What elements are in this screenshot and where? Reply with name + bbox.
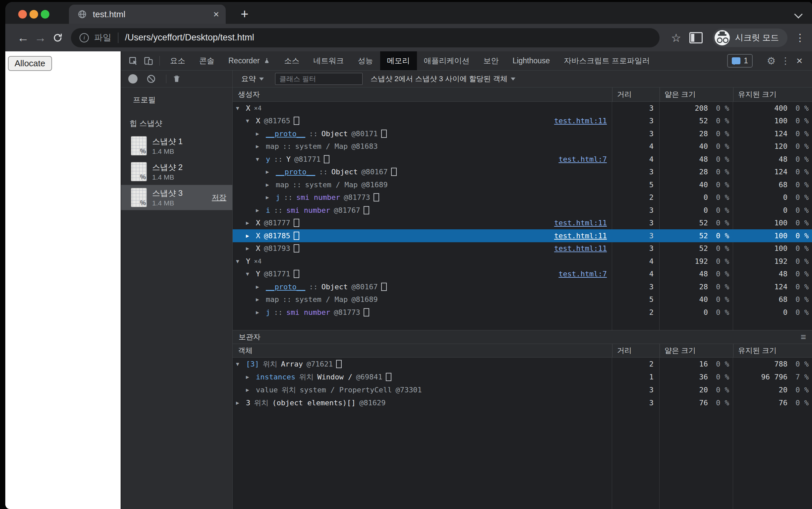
- devtools-tab-메모리[interactable]: 메모리: [380, 52, 417, 70]
- devtools-tab-자바스크립트 프로파일러[interactable]: 자바스크립트 프로파일러: [557, 52, 656, 70]
- heap-row[interactable]: ▼Y@81771test.html:74480 %480 %: [233, 268, 812, 281]
- address-bar[interactable]: i 파일 /Users/yceffort/Desktop/test.html: [71, 28, 659, 47]
- heap-row[interactable]: ▶value위치system / PropertyCell@733013200 …: [233, 383, 812, 396]
- snapshot-item[interactable]: 스냅샷 31.4 MB저장: [121, 185, 232, 210]
- heap-row[interactable]: ▶map::system / Map@816895400 %680 %: [233, 178, 812, 191]
- heap-row[interactable]: ▼X@81765test.html:113520 %1000 %: [233, 115, 812, 128]
- browser-tab[interactable]: test.html ×: [69, 5, 226, 24]
- window-minimize-button[interactable]: [30, 10, 38, 19]
- heap-row[interactable]: ▼Y×441920 %1920 %: [233, 255, 812, 268]
- source-link[interactable]: test.html:11: [554, 219, 612, 227]
- collapsed-arrow-icon[interactable]: ▶: [246, 233, 256, 239]
- heap-row[interactable]: ▶X@81777test.html:113520 %1000 %: [233, 217, 812, 230]
- heap-row[interactable]: ▶__proto__::Object@801673280 %1240 %: [233, 280, 812, 293]
- collapsed-arrow-icon[interactable]: ▶: [236, 400, 246, 406]
- collapsed-arrow-icon[interactable]: ▶: [256, 207, 266, 213]
- source-link[interactable]: test.html:11: [554, 244, 612, 252]
- column-constructor[interactable]: 생성자: [233, 88, 612, 101]
- expanded-arrow-icon[interactable]: ▼: [236, 361, 246, 367]
- perspective-dropdown[interactable]: 요약: [241, 74, 264, 84]
- trash-icon[interactable]: [172, 74, 182, 83]
- settings-gear-icon[interactable]: ⚙: [764, 55, 779, 67]
- side-panel-icon[interactable]: [689, 32, 703, 43]
- devtools-close-icon[interactable]: ×: [792, 55, 807, 67]
- browser-menu-kebab-icon[interactable]: ⋮: [793, 32, 807, 43]
- devtools-tab-Lighthouse[interactable]: Lighthouse: [506, 52, 557, 70]
- allocate-button[interactable]: Allocate: [8, 56, 52, 71]
- collapsed-arrow-icon[interactable]: ▶: [246, 387, 256, 393]
- devtools-tab-요소[interactable]: 요소: [163, 52, 192, 70]
- collapsed-arrow-icon[interactable]: ▶: [266, 181, 276, 188]
- collapsed-arrow-icon[interactable]: ▶: [256, 131, 266, 137]
- devtools-tab-소스[interactable]: 소스: [277, 52, 307, 70]
- devtools-tab-네트워크[interactable]: 네트워크: [307, 52, 351, 70]
- column-shallow-size[interactable]: 얕은 크기: [659, 344, 733, 357]
- heap-row[interactable]: ▶instances위치Window /@698411360 %96 7967 …: [233, 371, 812, 383]
- record-circle-icon[interactable]: [128, 74, 138, 83]
- column-retained-size[interactable]: 유지된 크기: [733, 88, 812, 101]
- snapshot-item[interactable]: 스냅샷 11.4 MB: [121, 133, 232, 159]
- back-button[interactable]: ←: [14, 31, 32, 45]
- source-link[interactable]: test.html:11: [554, 116, 612, 125]
- devtools-menu-kebab-icon[interactable]: ⋮: [779, 55, 792, 66]
- inspect-cursor-icon[interactable]: [126, 52, 141, 70]
- bookmark-star-icon[interactable]: ☆: [668, 31, 685, 44]
- collapsed-arrow-icon[interactable]: ▶: [246, 374, 256, 380]
- window-zoom-button[interactable]: [41, 10, 49, 19]
- expanded-arrow-icon[interactable]: ▼: [246, 117, 256, 124]
- expanded-arrow-icon[interactable]: ▼: [246, 271, 256, 277]
- tab-close-icon[interactable]: ×: [213, 9, 219, 19]
- expanded-arrow-icon[interactable]: ▼: [236, 105, 246, 111]
- heap-row[interactable]: ▼[3]위치Array@716212160 %7880 %: [233, 358, 812, 371]
- collapsed-arrow-icon[interactable]: ▶: [246, 245, 256, 251]
- heap-row[interactable]: ▶__proto__::Object@801673280 %1240 %: [233, 166, 812, 179]
- snapshot-save-link[interactable]: 저장: [212, 193, 226, 202]
- source-link[interactable]: test.html:7: [559, 270, 612, 278]
- heap-row[interactable]: ▼X×432080 %4000 %: [233, 102, 812, 115]
- column-distance[interactable]: 거리: [612, 344, 659, 357]
- devtools-tab-보안[interactable]: 보안: [477, 52, 506, 70]
- devtools-tab-콘솔[interactable]: 콘솔: [192, 52, 222, 70]
- device-toolbar-icon[interactable]: [141, 52, 156, 70]
- collapsed-arrow-icon[interactable]: ▶: [256, 284, 266, 290]
- heap-row[interactable]: ▼y::Y@81771test.html:74480 %480 %: [233, 153, 812, 166]
- source-link[interactable]: test.html:11: [554, 232, 612, 240]
- collapsed-arrow-icon[interactable]: ▶: [246, 220, 256, 226]
- column-retained-size[interactable]: 유지된 크기: [733, 344, 812, 357]
- clear-all-block-icon[interactable]: [146, 74, 156, 84]
- column-object[interactable]: 객체: [233, 344, 612, 357]
- forward-button[interactable]: →: [32, 31, 49, 45]
- info-icon[interactable]: i: [79, 33, 89, 42]
- snapshot-range-dropdown[interactable]: 스냅샷 2에서 스냅샷 3 사이에 할당된 객체: [371, 74, 515, 84]
- reload-button[interactable]: [49, 32, 66, 43]
- heap-row[interactable]: ▶j::smi number@81773200 %00 %: [233, 191, 812, 204]
- heap-row[interactable]: ▶__proto__::Object@801713280 %1240 %: [233, 127, 812, 140]
- heap-row[interactable]: ▶3위치(object elements)[]@816293760 %760 %: [233, 396, 812, 409]
- collapsed-arrow-icon[interactable]: ▶: [266, 194, 276, 201]
- hamburger-menu-icon[interactable]: ≡: [801, 332, 806, 342]
- collapsed-arrow-icon[interactable]: ▶: [256, 309, 266, 315]
- collapsed-arrow-icon[interactable]: ▶: [256, 296, 266, 303]
- collapsed-arrow-icon[interactable]: ▶: [256, 143, 266, 149]
- source-link[interactable]: test.html:7: [559, 155, 612, 163]
- window-close-button[interactable]: [18, 10, 27, 19]
- devtools-tab-성능[interactable]: 성능: [351, 52, 380, 70]
- new-tab-button[interactable]: +: [237, 7, 252, 21]
- heap-row[interactable]: ▶X@81785test.html:113520 %1000 %: [233, 229, 812, 242]
- heap-row[interactable]: ▶map::system / Map@816834400 %1200 %: [233, 140, 812, 153]
- snapshot-item[interactable]: 스냅샷 21.4 MB: [121, 159, 232, 184]
- expanded-arrow-icon[interactable]: ▼: [256, 156, 266, 162]
- heap-row[interactable]: ▶i::smi number@81767300 %00 %: [233, 204, 812, 217]
- tab-search-chevron-icon[interactable]: [794, 10, 802, 18]
- expanded-arrow-icon[interactable]: ▼: [236, 258, 246, 265]
- heap-row[interactable]: ▶X@81793test.html:113520 %1000 %: [233, 242, 812, 255]
- column-distance[interactable]: 거리: [612, 88, 659, 101]
- column-shallow-size[interactable]: 얕은 크기: [659, 88, 733, 101]
- issues-badge[interactable]: 1: [727, 54, 753, 68]
- devtools-tab-Recorder[interactable]: Recorder: [222, 52, 277, 70]
- devtools-tab-애플리케이션[interactable]: 애플리케이션: [417, 52, 477, 70]
- collapsed-arrow-icon[interactable]: ▶: [266, 169, 276, 175]
- class-filter-input[interactable]: [275, 73, 363, 85]
- heap-row[interactable]: ▶map::system / Map@816895400 %680 %: [233, 293, 812, 306]
- heap-row[interactable]: ▶j::smi number@81773200 %00 %: [233, 306, 812, 319]
